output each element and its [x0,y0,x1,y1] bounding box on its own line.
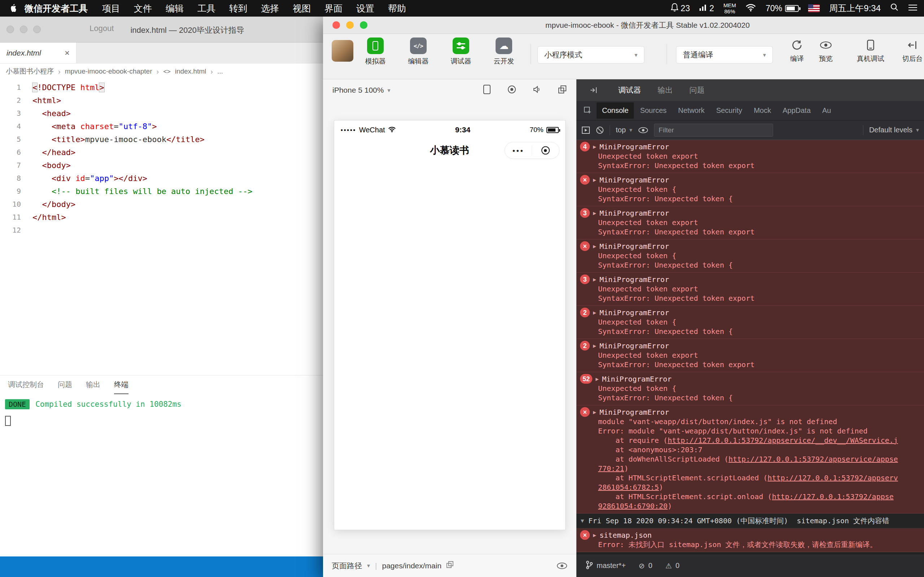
device-select[interactable]: iPhone 5 100% [333,86,384,95]
menubar-item[interactable]: 帮助 [388,3,406,15]
panel-tab[interactable]: 问题 [58,376,72,394]
toolbar-toggle-debug[interactable]: 调试器 [444,37,478,66]
debugger-tab[interactable]: 问题 [690,85,704,95]
mode-select[interactable]: 小程序模式 ▾ [538,46,644,63]
console-sidebar-icon[interactable] [582,126,590,134]
breadcrumb-item[interactable]: mpvue-imooc-ebook-chapter [65,68,152,76]
stack-link[interactable]: 770:21 [598,464,624,473]
more-menu-button[interactable]: ●●● [505,148,532,153]
screenshot-icon[interactable] [558,85,567,95]
log-levels-select[interactable]: Default levels ▾ [869,126,919,134]
compile-mode-select[interactable]: 普通编译 ▾ [676,46,773,63]
console-error-header[interactable]: 3▶MiniProgramError [580,208,920,218]
triangle-right-icon[interactable]: ▶ [593,142,596,152]
stack-link[interactable]: http://127.0.0.1:53792/appserv [768,474,898,482]
input-language-flag[interactable] [808,4,820,12]
close-window-button[interactable] [6,26,14,33]
menubar-item[interactable]: 选择 [261,3,279,15]
devtools-tab-security[interactable]: Security [711,102,748,119]
menubar-item[interactable]: 设置 [356,3,374,15]
error-count[interactable]: ⊘ 0 [639,561,653,570]
battery-status[interactable]: 70% [766,3,799,13]
debugger-tab[interactable]: 调试器 [618,85,641,95]
close-tab-icon[interactable]: × [65,48,69,58]
apple-menu-icon[interactable] [10,3,17,13]
triangle-right-icon[interactable]: ▶ [593,175,596,185]
console-error-header[interactable]: ×▶MiniProgramError [580,241,920,251]
stack-link[interactable]: http://127.0.0.1:53792/appse [772,492,894,501]
triangle-right-icon[interactable]: ▶ [593,275,596,284]
toolbar-action-preview[interactable]: 预览 [809,38,842,63]
console-error-header[interactable]: 2▶MiniProgramError [580,308,920,318]
console-error-header[interactable]: 2▶MiniProgramError [580,341,920,351]
devtools-tab-mock[interactable]: Mock [748,102,776,119]
editor-tab-index-html[interactable]: index.html × [0,43,76,63]
dock-panel-icon[interactable] [586,86,602,95]
panel-tab[interactable]: 调试控制台 [8,376,44,394]
clear-console-icon[interactable] [596,126,604,134]
toolbar-toggle-phone[interactable]: 模拟器 [358,37,393,66]
page-path-value[interactable]: pages/index/main [382,561,442,570]
signal-status[interactable]: 2 [699,3,714,13]
code-editor[interactable]: 1<!DOCTYPE html>2<html>3 <head>4 <meta c… [0,79,323,375]
panel-tab[interactable]: 输出 [86,376,100,394]
triangle-right-icon[interactable]: ▶ [593,208,596,218]
vscode-titlebar[interactable]: Logout index.html — 2020毕业设计指导 [0,16,323,43]
stack-link[interactable]: http://127.0.0.1:53792/appservice/appse [729,455,898,463]
triangle-right-icon[interactable]: ▶ [593,408,596,417]
menubar-item[interactable]: 视图 [293,3,311,15]
menubar-item[interactable]: 转到 [229,3,247,15]
zoom-window-button[interactable] [33,26,41,33]
console-error-header[interactable]: ×▶MiniProgramError [580,407,920,417]
user-avatar[interactable] [332,40,353,62]
console-group-row[interactable]: ▼Fri Sep 18 2020 09:34:24 GMT+0800 (中国标准… [577,514,924,528]
zoom-window-button[interactable] [360,21,367,29]
wifi-icon[interactable] [745,3,756,14]
breadcrumb-item[interactable]: 小慕图书小程序 [6,67,54,76]
stack-link[interactable]: 92861054:6790:20 [598,501,668,510]
memory-status[interactable]: MEM 86% [723,2,736,15]
menubar-clock[interactable]: 周五上午9:34 [829,3,881,14]
close-window-button[interactable] [333,21,340,29]
menubar-item[interactable]: 文件 [134,3,152,15]
record-icon[interactable] [507,85,516,95]
devtools-tab-console[interactable]: Console [597,102,634,119]
breadcrumb-item[interactable]: ... [217,68,223,76]
devtools-titlebar[interactable]: mpvue-imooc-ebook - 微信开发者工具 Stable v1.02… [323,16,924,34]
console-error-header[interactable]: ×▶MiniProgramError [580,175,920,185]
control-center-icon[interactable] [908,3,918,13]
notification-bell[interactable]: 23 [670,3,690,14]
stack-link[interactable]: http://127.0.0.1:53792/appservice/__dev_… [668,436,898,445]
context-select[interactable]: top ▾ [616,126,632,134]
devtools-tab-sources[interactable]: Sources [635,102,672,119]
sound-icon[interactable] [533,85,541,95]
warning-count[interactable]: ⚠ 0 [665,561,679,570]
console-filter-input[interactable] [654,124,773,137]
eye-icon[interactable] [557,562,567,569]
toolbar-action-remote[interactable]: 真机调试 [851,38,890,63]
console-error-header[interactable]: 3▶MiniProgramError [580,274,920,284]
triangle-right-icon[interactable]: ▶ [593,242,596,251]
menubar-item[interactable]: 项目 [102,3,120,15]
console-error-header[interactable]: 4▶MiniProgramError [580,142,920,152]
menubar-app-name[interactable]: 微信开发者工具 [24,3,88,15]
devtools-tab-appdata[interactable]: AppData [777,102,816,119]
triangle-right-icon[interactable]: ▶ [593,530,596,540]
inspect-element-icon[interactable] [580,106,596,115]
devtools-tab-au[interactable]: Au [817,102,836,119]
toolbar-toggle-cloud[interactable]: ☁云开发 [486,37,521,66]
git-branch[interactable]: master*+ [586,561,626,571]
menubar-item[interactable]: 编辑 [166,3,184,15]
spotlight-search-icon[interactable] [890,3,899,14]
terminal[interactable]: DONE Compiled successfully in 10082ms [0,394,323,556]
triangle-right-icon[interactable]: ▶ [593,341,596,351]
devtools-tab-network[interactable]: Network [673,102,710,119]
panel-tab[interactable]: 终端 [114,376,129,394]
toolbar-toggle-code[interactable]: </>编辑器 [401,37,436,66]
minimize-window-button[interactable] [346,21,354,29]
exit-button[interactable] [532,147,559,155]
menubar-item[interactable]: 工具 [197,3,215,15]
menubar-item[interactable]: 界面 [325,3,342,15]
stack-link[interactable]: 2861054:6782:5 [598,483,659,492]
triangle-right-icon[interactable]: ▶ [596,374,599,384]
